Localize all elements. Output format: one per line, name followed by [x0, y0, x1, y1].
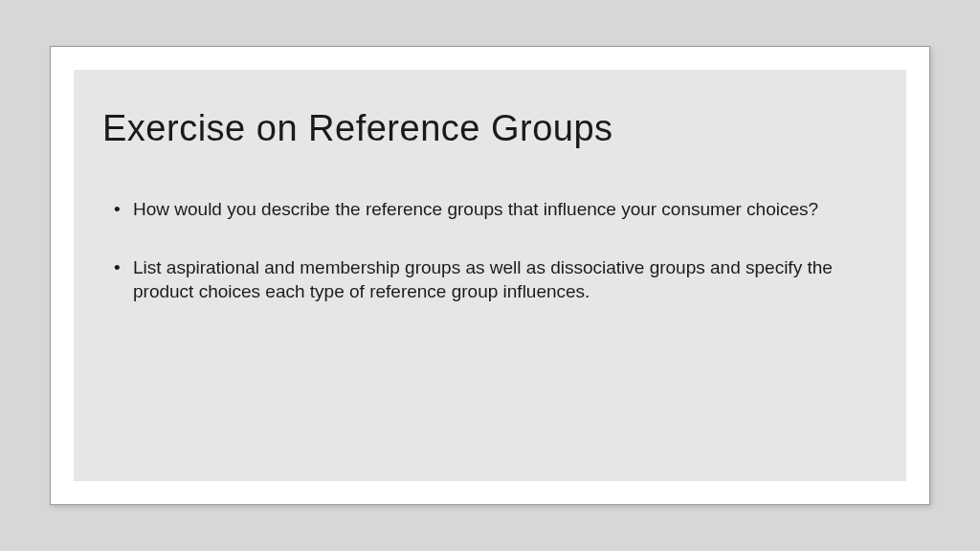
- slide-outer-frame: Exercise on Reference Groups How would y…: [50, 46, 930, 505]
- slide-inner-content: Exercise on Reference Groups How would y…: [74, 70, 906, 481]
- list-item: List aspirational and membership groups …: [112, 255, 878, 304]
- list-item: How would you describe the reference gro…: [112, 197, 878, 222]
- bullet-list: How would you describe the reference gro…: [102, 197, 878, 304]
- slide-title: Exercise on Reference Groups: [102, 108, 878, 149]
